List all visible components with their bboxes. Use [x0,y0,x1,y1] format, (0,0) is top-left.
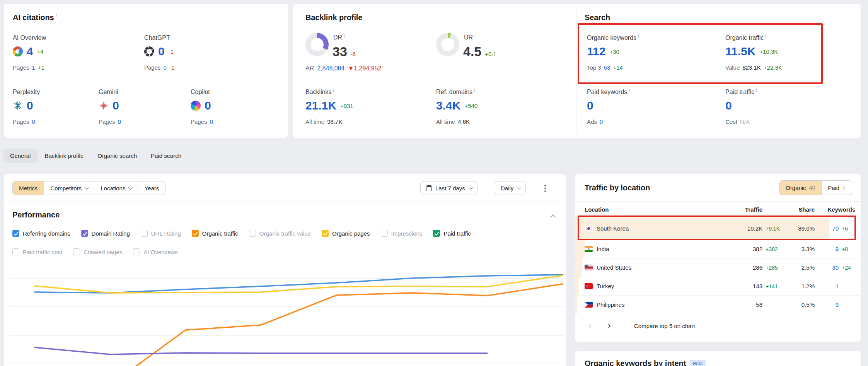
metric-value[interactable]: 11.5K [725,45,755,58]
chevron-down-icon [85,185,89,190]
traffic-value: 143 [728,283,762,289]
keywords-value[interactable]: 30 [815,264,839,271]
info-icon[interactable] [474,88,475,92]
provider-value[interactable]: 4 [27,45,33,58]
keywords-value[interactable]: 70 [815,225,839,232]
traffic-delta: +285 [762,265,782,271]
tab-paid-search[interactable]: Paid search [144,149,188,163]
toggle-organic[interactable]: Organic 40 [779,181,821,195]
filter-metrics-button[interactable]: Metrics [13,181,44,195]
provider-value[interactable]: 0 [27,99,33,112]
metric-value[interactable]: 112 [587,45,605,58]
metric-value[interactable]: 0 [725,99,732,112]
checkbox-paid-traffic[interactable]: Paid traffic [433,230,471,237]
provider-label: AI Overview [13,34,140,42]
provider-value[interactable]: 0 [158,45,165,58]
section-divider [576,10,576,132]
checkbox-paid-traffic-cost[interactable]: Paid traffic cost [12,248,62,255]
compare-top5-link[interactable]: Compare top 5 on chart [634,323,695,329]
metric-label: Paid keywords [587,88,715,96]
tab-organic-search[interactable]: Organic search [90,149,144,163]
location-row-south-korea[interactable]: South Korea10.2K+9.1K89.0%70+6 [575,217,861,240]
performance-line-chart[interactable] [4,267,566,366]
filter-segmented-control: MetricsCompetitorsLocationsYears [12,181,165,195]
keywords-value[interactable]: 9 [815,301,839,308]
search-metric-paid-keywords: Paid keywords0Ads0 [587,88,715,125]
checkbox-url-rating[interactable]: URL Rating [141,230,181,237]
date-range-button[interactable]: Last 7 days [420,181,477,195]
more-options-kebab-icon[interactable] [543,184,547,193]
ref-domains-value-link[interactable]: 3.4K [436,99,460,112]
info-icon[interactable] [344,34,344,38]
provider-pages-line: Pages0-1 [144,64,272,71]
filter-years-button[interactable]: Years [138,181,165,195]
keywords-value[interactable]: 1 [815,283,839,289]
ur-label: UR [464,34,476,41]
checkbox-domain-rating[interactable]: Domain Rating [81,230,130,237]
perplexity-icon [13,101,23,111]
tab-general[interactable]: General [3,149,38,163]
tab-backlink-profile[interactable]: Backlink profile [38,149,90,163]
checkbox-referring-domains[interactable]: Referring domains [12,230,70,237]
metric-value[interactable]: 0 [587,99,593,112]
flag-united-states [585,265,593,270]
ai-citations-title: AI citations [13,13,57,22]
provider-label: ChatGPT [144,34,272,42]
ar-rank-line: AR 2,848,084 ▼1,294,952 [305,65,381,72]
provider-value[interactable]: 0 [205,99,211,112]
provider-pages-line: Pages1+1 [13,64,140,71]
filter-competitors-button[interactable]: Competitors [44,181,94,195]
info-icon[interactable] [638,34,639,38]
flag-india [585,246,593,252]
keywords-value[interactable]: 9 [815,246,839,252]
filter-locations-button[interactable]: Locations [94,181,138,195]
ai-provider-ai-overview: AI Overview4+4Pages1+1 [13,34,140,71]
search-metric-organic-traffic: Organic traffic11.5K+10.3KValue$23.1K+22… [725,34,853,71]
location-row-philippines[interactable]: Philippines580.5%9 [575,296,861,314]
location-name: South Korea [597,225,629,232]
info-icon[interactable] [629,88,629,92]
toggle-paid[interactable]: Paid 0 [821,181,852,195]
keywords-delta: +8 [839,246,855,252]
keywords-delta: +6 [839,226,855,232]
location-row-india[interactable]: India382+3823.3%9+8 [575,240,861,258]
checkbox-impressions[interactable]: Impressions [381,230,423,237]
share-bar [575,240,585,258]
ref-domains-metric: Ref. domains 3.4K +540 All time 4.6K [436,88,564,125]
info-icon[interactable] [756,88,757,92]
locations-table-header: Location Traffic Share Keywords [575,201,861,217]
checkbox-organic-pages[interactable]: Organic pages [322,230,370,237]
checkbox-organic-traffic[interactable]: Organic traffic [192,230,238,237]
info-icon[interactable] [765,34,766,38]
divider [4,202,566,202]
location-row-turkey[interactable]: Turkey143+1411.2%1 [575,277,861,296]
provider-value[interactable]: 0 [113,99,119,112]
location-row-united-states[interactable]: United States286+2852.5%30+24 [575,258,861,277]
gemini-icon [99,101,109,111]
backlinks-value-link[interactable]: 21.1K [305,99,336,112]
info-icon[interactable] [474,34,475,38]
search-metric-organic-keywords: Organic keywords112+30Top 353+14 [587,34,715,71]
ar-value-link[interactable]: 2,848,084 [317,65,344,72]
info-icon[interactable] [56,13,57,17]
performance-title: Performance [12,210,60,219]
google-icon [13,46,23,56]
location-name: Turkey [597,283,614,289]
collapse-chevron-up-icon[interactable] [550,214,556,220]
flag-philippines [585,302,593,308]
checkbox-organic-traffic-value[interactable]: Organic traffic value [249,230,311,237]
share-bar [575,258,582,277]
ai-citations-card: AI citations AI Overview4+4Pages1+1ChatG… [4,4,288,138]
previous-page-chevron-icon[interactable]: ‹ [585,320,595,332]
info-icon[interactable] [333,88,334,92]
backlink-and-search-card: Backlink profile DR 33 -6 AR 2,848,084 ▼… [293,4,861,138]
chart-line-referring-domains [35,275,563,293]
beta-badge: Beta [690,360,706,366]
checkbox-ai-overviews[interactable]: AI Overviews [133,248,177,255]
granularity-button[interactable]: Daily [495,181,526,195]
metric-subline: Value$23.1K+22.3K [725,64,853,71]
backlink-profile-title: Backlink profile [305,13,362,22]
next-page-chevron-icon[interactable]: › [604,320,615,332]
dr-label: DR [333,34,345,41]
checkbox-crawled-pages[interactable]: Crawled pages [73,248,122,255]
